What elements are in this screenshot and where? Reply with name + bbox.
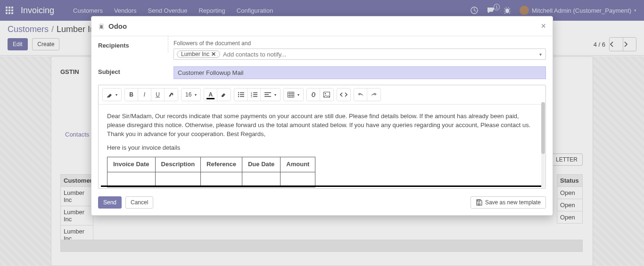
tb-style[interactable]: ▾ [103, 89, 121, 101]
editor-body[interactable]: Dear Sir/Madam, Our records indicate tha… [99, 105, 545, 188]
tb-fontsize-value: 16 [185, 91, 191, 98]
email-paragraph: Dear Sir/Madam, Our records indicate tha… [107, 112, 537, 139]
svg-rect-18 [240, 96, 244, 97]
modal-title: Odoo [108, 22, 127, 30]
send-button[interactable]: Send [98, 196, 122, 209]
svg-rect-16 [240, 94, 244, 95]
email-line2: Here is your invoice details [107, 144, 537, 153]
th-due-date: Due Date [242, 157, 280, 172]
svg-rect-14 [240, 92, 244, 93]
compose-mail-modal: Odoo × Recipients Followers of the docum… [91, 16, 553, 216]
chevron-down-icon[interactable]: ▾ [539, 52, 542, 57]
tb-bold[interactable]: B [125, 89, 138, 101]
tb-underline[interactable]: U [151, 89, 165, 101]
tb-fontsize[interactable]: 16 ▾ [182, 89, 200, 101]
label-subject: Subject [98, 66, 169, 75]
svg-point-17 [238, 96, 239, 97]
tb-fontcolor[interactable]: A [204, 89, 217, 101]
bug-icon [98, 23, 105, 30]
tb-align[interactable]: ▾ [261, 89, 280, 101]
editor-scrollthumb[interactable] [541, 102, 545, 154]
svg-point-13 [238, 92, 239, 93]
tb-ul[interactable] [234, 89, 248, 101]
svg-text:3: 3 [251, 95, 252, 97]
tb-ol[interactable]: 123 [248, 89, 261, 101]
cancel-button[interactable]: Cancel [125, 196, 153, 209]
tb-link[interactable] [307, 89, 320, 101]
svg-point-12 [100, 24, 103, 28]
svg-rect-24 [253, 96, 257, 97]
invoice-table: Invoice Date Description Reference Due D… [107, 157, 315, 187]
tb-undo[interactable] [354, 89, 367, 101]
svg-point-15 [238, 94, 239, 95]
th-invoice-date: Invoice Date [107, 157, 156, 172]
svg-rect-25 [264, 92, 271, 93]
svg-point-30 [325, 93, 326, 95]
email-editor: ▾ B I U 16 ▾ A [98, 85, 546, 189]
close-icon[interactable]: × [541, 21, 546, 31]
tb-italic[interactable]: I [138, 89, 151, 101]
subject-input[interactable] [173, 66, 546, 79]
th-description: Description [155, 157, 201, 172]
remove-tag-icon[interactable]: ✕ [211, 51, 216, 57]
svg-rect-22 [253, 94, 257, 95]
tb-redo[interactable] [367, 89, 380, 101]
tb-image[interactable] [320, 89, 333, 101]
table-row: Invoice Date Description Reference Due D… [107, 157, 315, 172]
recipients-text-input[interactable] [223, 51, 543, 58]
svg-rect-20 [253, 92, 257, 93]
recipients-help: Followers of the document and [173, 40, 546, 47]
table-row [107, 172, 315, 187]
th-reference: Reference [201, 157, 242, 172]
svg-rect-27 [264, 96, 271, 97]
th-amount: Amount [281, 157, 315, 172]
recipients-input[interactable]: Lumber Inc ✕ ▾ [173, 48, 546, 60]
save-icon [476, 199, 482, 206]
save-template-button[interactable]: Save as new template [471, 196, 546, 209]
tb-highlight[interactable] [217, 89, 231, 101]
tb-codeview[interactable] [337, 89, 350, 101]
editor-toolbar: ▾ B I U 16 ▾ A [99, 85, 545, 105]
recipient-tag[interactable]: Lumber Inc ✕ [177, 50, 220, 58]
svg-rect-28 [288, 92, 294, 97]
tb-clear[interactable] [165, 89, 178, 101]
recipient-tag-label: Lumber Inc [181, 51, 209, 57]
svg-rect-26 [264, 94, 269, 95]
save-template-label: Save as new template [485, 199, 541, 206]
tb-table[interactable]: ▾ [284, 89, 303, 101]
label-recipients: Recipients [98, 40, 169, 49]
